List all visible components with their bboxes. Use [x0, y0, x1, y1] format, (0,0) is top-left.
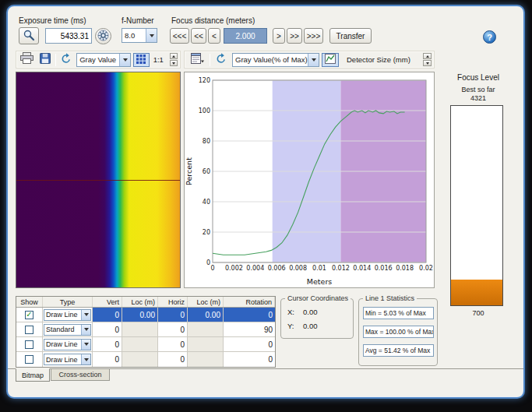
row-2-horiz[interactable]: 0 — [158, 337, 188, 351]
focus-step-back-3-button[interactable]: <<< — [170, 28, 189, 44]
row-1-horiz[interactable]: 0 — [158, 322, 188, 336]
save-icon — [40, 53, 51, 67]
row-0-horiz-loc[interactable]: 0.00 — [188, 308, 224, 322]
focus-scale-value: 700 — [435, 309, 522, 317]
f-number-label: f-Number — [122, 16, 154, 25]
row-3-type-select[interactable]: Draw Line — [44, 354, 91, 365]
colormap-grid-button[interactable] — [133, 53, 149, 67]
chevron-down-icon[interactable] — [308, 54, 319, 66]
focus-distance-label: Focus distance (meters) — [171, 16, 255, 25]
row-check-1[interactable]: ✓ — [25, 326, 33, 334]
table-row-0[interactable]: ✓ Draw Line 00.0000.000 — [16, 308, 275, 322]
row-1-type-select[interactable]: Standard — [44, 324, 91, 336]
check-icon: ✓ — [26, 311, 32, 319]
row-0-type-select[interactable]: Draw Line — [44, 309, 91, 321]
row-0-horiz[interactable]: 0 — [158, 308, 188, 322]
row-0-vert[interactable]: 0 — [93, 308, 122, 322]
spin-up-icon[interactable] — [423, 53, 432, 59]
row-2-vert[interactable]: 0 — [93, 337, 122, 351]
focus-step-back-1-button[interactable]: < — [208, 28, 220, 44]
row-3-vert[interactable]: 0 — [93, 352, 122, 367]
focus-distance-input[interactable] — [224, 28, 267, 44]
transfer-button[interactable]: Transfer — [329, 28, 372, 44]
crosshair-line[interactable] — [16, 180, 180, 181]
row-0-rotation[interactable]: 0 — [224, 308, 275, 322]
tab-cross-section[interactable]: Cross-section — [51, 369, 110, 381]
svg-text:0.006: 0.006 — [268, 265, 286, 272]
chevron-down-icon[interactable] — [81, 340, 90, 350]
bitmap-toolbar-spinner[interactable] — [170, 53, 178, 66]
magnifier-button[interactable] — [19, 27, 39, 44]
svg-text:0: 0 — [206, 259, 210, 266]
row-3-rotation[interactable]: 0 — [224, 352, 275, 367]
bitmap-image[interactable] — [16, 72, 181, 288]
spin-down-icon[interactable] — [423, 60, 432, 66]
focus-step-fwd-2-button[interactable]: >> — [287, 28, 302, 44]
row-2-type-value: Draw Line — [44, 340, 81, 350]
best-so-far-label: Best so far — [435, 86, 522, 93]
toolbar-separator — [210, 54, 210, 66]
table-row-1[interactable]: ✓ Standard 0090 — [16, 322, 275, 337]
chevron-down-icon[interactable] — [81, 325, 90, 335]
row-0-vert-loc[interactable]: 0.00 — [122, 308, 158, 322]
svg-text:120: 120 — [199, 77, 210, 84]
row-2-type-select[interactable]: Draw Line — [44, 339, 91, 350]
table-row-3[interactable]: ✓ Draw Line 000 — [16, 352, 275, 367]
chart-reset-button[interactable] — [213, 53, 230, 67]
svg-text:100: 100 — [199, 107, 210, 114]
row-1-horiz-loc[interactable] — [188, 322, 224, 336]
chart-toolbar: Gray Value(% of Max) Detector Size (mm) — [184, 51, 435, 69]
focus-step-back-2-button[interactable]: << — [191, 28, 206, 44]
row-check-2[interactable]: ✓ — [25, 340, 33, 349]
chart-type-button[interactable] — [322, 53, 339, 67]
chart-options-button[interactable] — [187, 53, 207, 67]
f-number-select[interactable]: 8.0 — [122, 28, 157, 43]
spin-up-icon[interactable] — [170, 53, 178, 59]
svg-text:0.02: 0.02 — [419, 265, 433, 272]
chart-toolbar-spinner[interactable] — [423, 53, 432, 66]
line-statistics-title: Line 1 Statistics — [363, 294, 417, 302]
svg-text:60: 60 — [203, 168, 210, 175]
svg-text:0.016: 0.016 — [375, 265, 393, 272]
chart-plot-area[interactable]: 02040608010012000.0020.0040.0060.0080.01… — [185, 72, 434, 287]
bitmap-colormap-select[interactable]: Gray Value — [76, 53, 131, 67]
cursor-x-value: 0.00 — [303, 308, 318, 316]
row-1-vert-loc[interactable] — [122, 322, 158, 336]
print-button[interactable] — [19, 53, 34, 67]
row-2-horiz-loc[interactable] — [188, 337, 224, 351]
row-3-vert-loc[interactable] — [122, 352, 158, 367]
cross-section-chart[interactable]: 02040608010012000.0020.0040.0060.0080.01… — [184, 72, 435, 288]
help-icon: ? — [487, 33, 492, 42]
spin-down-icon[interactable] — [170, 60, 178, 66]
chart-value-mode-select[interactable]: Gray Value(% of Max) — [232, 53, 319, 67]
col-header-vert: Vert — [93, 297, 122, 307]
chevron-down-icon[interactable] — [146, 29, 157, 42]
row-check-0[interactable]: ✓ — [25, 311, 33, 319]
chevron-down-icon[interactable] — [81, 354, 90, 364]
bitmap-colormap-value: Gray Value — [77, 54, 119, 66]
row-2-vert-loc[interactable] — [122, 337, 158, 351]
svg-text:Percent: Percent — [185, 157, 193, 185]
col-header-loc-v: Loc (m) — [122, 297, 158, 307]
bitmap-toolbar: Gray Value 1:1 — [16, 51, 181, 69]
exposure-time-input[interactable] — [45, 28, 92, 44]
reset-view-button[interactable] — [58, 53, 74, 67]
chevron-down-icon[interactable] — [119, 54, 130, 66]
line-chart-icon — [325, 53, 336, 67]
tab-bitmap[interactable]: Bitmap — [16, 368, 50, 382]
row-3-horiz[interactable]: 0 — [158, 352, 188, 367]
svg-text:0.004: 0.004 — [246, 265, 264, 272]
svg-text:0: 0 — [210, 265, 214, 272]
exposure-settings-button[interactable] — [95, 28, 111, 44]
focus-step-fwd-3-button[interactable]: >>> — [304, 28, 323, 44]
row-2-rotation[interactable]: 0 — [224, 337, 275, 351]
row-1-rotation[interactable]: 90 — [224, 322, 275, 336]
row-check-3[interactable]: ✓ — [25, 355, 33, 364]
help-button[interactable]: ? — [483, 30, 496, 44]
row-3-horiz-loc[interactable] — [188, 352, 224, 367]
save-button[interactable] — [37, 53, 52, 67]
table-row-2[interactable]: ✓ Draw Line 000 — [16, 337, 275, 352]
chevron-down-icon[interactable] — [81, 310, 90, 320]
row-1-vert[interactable]: 0 — [93, 322, 122, 336]
focus-step-fwd-1-button[interactable]: > — [273, 28, 285, 44]
